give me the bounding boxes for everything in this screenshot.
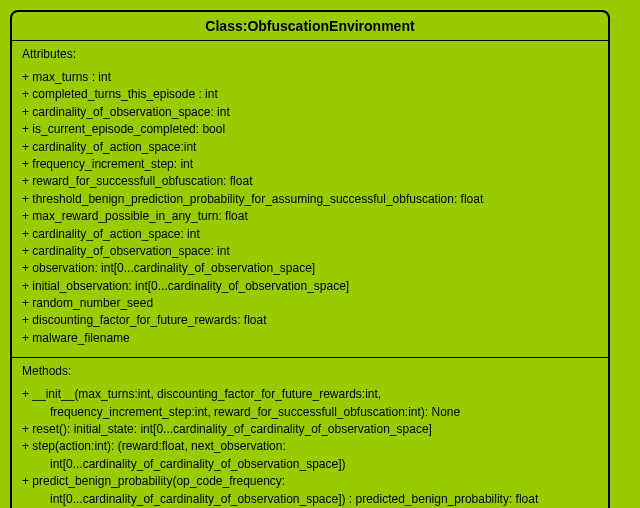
attribute-item: + threshold_benign_prediction_probabilit…	[22, 191, 598, 208]
attribute-item: + cardinality_of_observation_space: int	[22, 104, 598, 121]
method-item: + __init__(max_turns:int, discounting_fa…	[22, 386, 598, 421]
attribute-item: + max_turns : int	[22, 69, 598, 86]
attribute-item: + cardinality_of_action_space: int	[22, 226, 598, 243]
attribute-item: + malware_filename	[22, 330, 598, 347]
attributes-section: Attributes: + max_turns : int+ completed…	[12, 41, 608, 358]
method-item: + reset(): initial_state: int[0...cardin…	[22, 421, 598, 438]
attributes-title: Attributes:	[22, 47, 598, 61]
class-name: Class:ObfuscationEnvironment	[205, 18, 414, 34]
attribute-item: + observation: int[0...cardinality_of_ob…	[22, 260, 598, 277]
class-header: Class:ObfuscationEnvironment	[12, 12, 608, 41]
attribute-item: + completed_turns_this_episode : int	[22, 86, 598, 103]
method-item: + step(action:int): (reward:float, next_…	[22, 438, 598, 473]
method-item: + predict_benign_probability(op_code_fre…	[22, 473, 598, 508]
uml-class-box: Class:ObfuscationEnvironment Attributes:…	[10, 10, 610, 508]
attribute-item: + cardinality_of_action_space:int	[22, 139, 598, 156]
attributes-list: + max_turns : int+ completed_turns_this_…	[22, 69, 598, 347]
attribute-item: + max_reward_possible_in_any_turn: float	[22, 208, 598, 225]
attribute-item: + random_number_seed	[22, 295, 598, 312]
methods-section: Methods: + __init__(max_turns:int, disco…	[12, 358, 608, 508]
methods-title: Methods:	[22, 364, 598, 378]
attribute-item: + frequency_increment_step: int	[22, 156, 598, 173]
attribute-item: + cardinality_of_observation_space: int	[22, 243, 598, 260]
methods-list: + __init__(max_turns:int, discounting_fa…	[22, 386, 598, 508]
attribute-item: + discounting_factor_for_future_rewards:…	[22, 312, 598, 329]
attribute-item: + reward_for_successfull_obfuscation: fl…	[22, 173, 598, 190]
attribute-item: + is_current_episode_completed: bool	[22, 121, 598, 138]
attribute-item: + initial_observation: int[0...cardinali…	[22, 278, 598, 295]
